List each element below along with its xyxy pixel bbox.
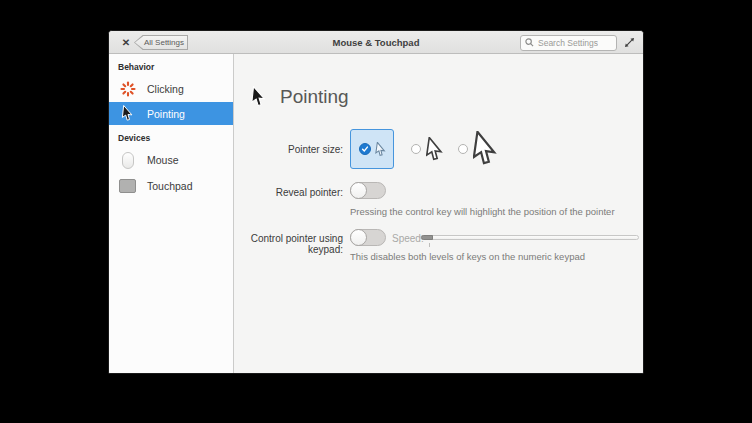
mouse-icon xyxy=(119,152,136,169)
pointer-size-option-small[interactable] xyxy=(350,129,394,169)
toggle-knob xyxy=(350,182,367,199)
reveal-pointer-label: Reveal pointer: xyxy=(235,187,343,198)
cursor-small-icon xyxy=(375,142,386,157)
toggle-knob xyxy=(350,229,367,246)
search-input[interactable]: Search Settings xyxy=(520,35,617,51)
search-placeholder: Search Settings xyxy=(538,38,598,48)
keypad-toggle[interactable] xyxy=(350,229,386,246)
reveal-pointer-description: Pressing the control key will highlight … xyxy=(350,206,615,217)
keypad-description: This disables both levels of keys on the… xyxy=(350,251,585,262)
settings-window: ✕ All Settings Mouse & Touchpad Search S… xyxy=(108,30,644,374)
speed-label: Speed: xyxy=(392,233,424,244)
sidebar: Behavior Clicking xyxy=(109,54,234,373)
main-content: Pointing Pointer size: xyxy=(235,54,643,373)
sidebar-item-label: Touchpad xyxy=(147,180,193,192)
radio-icon[interactable] xyxy=(458,144,468,154)
cursor-large-icon xyxy=(473,131,497,167)
starburst-icon xyxy=(119,81,136,98)
cursor-icon xyxy=(250,86,267,108)
sidebar-section-devices: Devices xyxy=(109,125,233,147)
keypad-label: Control pointer using keypad: xyxy=(235,233,343,255)
maximize-icon[interactable] xyxy=(623,36,636,49)
touchpad-icon xyxy=(119,178,136,195)
radio-checked-icon[interactable] xyxy=(359,143,371,155)
search-icon xyxy=(525,38,534,47)
slider-handle[interactable] xyxy=(421,235,433,240)
sidebar-item-label: Clicking xyxy=(147,83,184,95)
sidebar-item-mouse[interactable]: Mouse xyxy=(109,147,233,173)
sidebar-item-touchpad[interactable]: Touchpad xyxy=(109,173,233,199)
slider-tick xyxy=(429,243,430,247)
pointer-size-option-large[interactable] xyxy=(458,129,497,169)
reveal-pointer-toggle[interactable] xyxy=(350,182,386,199)
pointer-size-option-medium[interactable] xyxy=(411,134,443,164)
all-settings-back-button[interactable]: All Settings xyxy=(134,35,188,50)
page-title: Pointing xyxy=(280,86,349,108)
page-heading: Pointing xyxy=(250,86,349,108)
radio-icon[interactable] xyxy=(411,144,421,154)
close-icon[interactable]: ✕ xyxy=(117,31,135,54)
sidebar-item-pointing[interactable]: Pointing xyxy=(109,102,233,125)
sidebar-item-label: Pointing xyxy=(147,108,185,120)
sidebar-item-clicking[interactable]: Clicking xyxy=(109,76,233,102)
cursor-icon xyxy=(119,105,136,122)
speed-slider[interactable] xyxy=(420,235,639,240)
sidebar-section-behavior: Behavior xyxy=(109,54,233,76)
cursor-medium-icon xyxy=(426,137,443,162)
pointer-size-label: Pointer size: xyxy=(235,144,343,155)
titlebar[interactable]: ✕ All Settings Mouse & Touchpad Search S… xyxy=(109,31,643,54)
back-button-label: All Settings xyxy=(135,36,187,49)
sidebar-item-label: Mouse xyxy=(147,154,179,166)
